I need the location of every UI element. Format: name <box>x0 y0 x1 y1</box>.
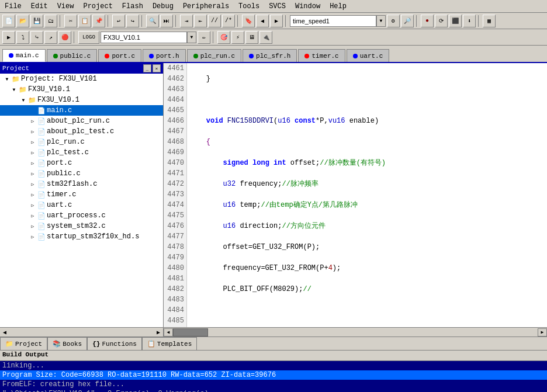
tree-item-main-c[interactable]: 📄 main.c <box>0 105 163 116</box>
menu-window[interactable]: Window <box>293 2 323 11</box>
tree-toggle[interactable]: ▼ <box>9 85 19 94</box>
project-input[interactable] <box>101 32 187 43</box>
comment-btn[interactable]: // <box>208 15 221 27</box>
break-btn[interactable]: 🔴 <box>58 31 71 44</box>
tab-plc-run-c[interactable]: plc_run.c <box>187 49 241 62</box>
sidebar-float-btn[interactable]: _ <box>143 64 151 72</box>
target-btn[interactable]: 🎯 <box>217 31 230 44</box>
next-bookmark-btn[interactable]: ▶ <box>270 15 283 27</box>
undo-btn[interactable]: ↩ <box>112 15 125 27</box>
tree-item-port[interactable]: ▷ 📄 port.c <box>0 158 163 168</box>
tab-uart-c[interactable]: uart.c <box>347 49 390 62</box>
stop-btn[interactable]: ⬛ <box>449 15 462 27</box>
tab-port-c[interactable]: port.c <box>98 49 141 62</box>
paste-btn[interactable]: 📌 <box>92 15 105 27</box>
tab-public-c[interactable]: public.c <box>47 49 98 62</box>
tree-item-project[interactable]: ▼ 📁 Project: FX3U_V101 <box>0 74 163 84</box>
tree-toggle[interactable]: ▷ <box>28 169 37 178</box>
tree-toggle[interactable]: ▷ <box>28 127 37 136</box>
tree-item-uart-process[interactable]: ▷ 📄 uart_process.c <box>0 210 163 221</box>
menu-tools[interactable]: Tools <box>236 2 262 11</box>
scroll-left-btn[interactable]: ◀ <box>164 328 173 337</box>
menu-peripherals[interactable]: Peripherals <box>181 2 231 11</box>
step3-btn[interactable]: ↗ <box>44 31 57 44</box>
prev-bookmark-btn[interactable]: ◀ <box>256 15 269 27</box>
tree-toggle[interactable]: ▷ <box>28 211 37 220</box>
tree-item-timer[interactable]: ▷ 📄 timer.c <box>0 189 163 200</box>
tree-item-stm32flash[interactable]: ▷ 📄 stm32flash.c <box>0 179 163 189</box>
step-btn[interactable]: ⤵ <box>16 31 29 44</box>
find-btn[interactable]: 🔍 <box>146 15 159 27</box>
menu-flash[interactable]: Flash <box>120 2 146 11</box>
build-btn[interactable]: ● <box>421 15 434 27</box>
tree-toggle[interactable]: ▼ <box>2 74 12 84</box>
settings-btn[interactable]: ▦ <box>483 15 496 27</box>
indent-btn[interactable]: ⇥ <box>180 15 193 27</box>
target-input[interactable] <box>290 15 376 27</box>
project-arrow[interactable]: ▼ <box>187 32 196 43</box>
redo-btn[interactable]: ↪ <box>126 15 139 27</box>
copy-btn[interactable]: 📋 <box>78 15 91 27</box>
tree-item-plc-test[interactable]: ▷ 📄 plc_test.c <box>0 147 163 158</box>
tree-toggle[interactable]: ▷ <box>28 221 37 231</box>
new-btn[interactable]: 📄 <box>2 15 15 27</box>
download-btn[interactable]: ⬇ <box>463 15 476 27</box>
tree-toggle[interactable]: ▷ <box>28 137 37 147</box>
search-btn[interactable]: 🔎 <box>401 15 414 27</box>
tab-functions[interactable]: {} Functions <box>87 337 142 350</box>
scroll-track[interactable] <box>173 328 538 337</box>
menu-help[interactable]: Help <box>327 2 349 11</box>
tree-toggle[interactable]: ▷ <box>28 116 37 126</box>
sidebar-left-arrow[interactable]: ◀ <box>0 328 9 337</box>
scroll-thumb[interactable] <box>173 328 208 337</box>
menu-file[interactable]: File <box>2 2 24 11</box>
open-btn[interactable]: 📂 <box>16 15 29 27</box>
rebuild-btn[interactable]: ⟳ <box>435 15 448 27</box>
target-arrow[interactable]: ▼ <box>376 15 386 27</box>
tab-books[interactable]: 📚 Books <box>47 337 87 350</box>
menu-edit[interactable]: Edit <box>29 2 50 11</box>
horizontal-scrollbar[interactable]: ◀ ▶ <box>164 327 547 337</box>
cut-btn[interactable]: ✂ <box>64 15 77 27</box>
step2-btn[interactable]: ⤷ <box>30 31 43 44</box>
tree-toggle[interactable]: ▷ <box>28 179 37 189</box>
tab-project[interactable]: 📁 Project <box>0 337 47 350</box>
find-next-btn[interactable]: ⏭ <box>160 15 173 27</box>
tree-toggle[interactable]: ▷ <box>28 158 37 168</box>
tree-item-public[interactable]: ▷ 📄 public.c <box>0 168 163 179</box>
menu-project[interactable]: Project <box>81 2 115 11</box>
tree-toggle[interactable]: ▷ <box>28 200 37 210</box>
tree-item-plc-run[interactable]: ▷ 📄 plc_run.c <box>0 137 163 147</box>
flash-btn[interactable]: ⚡ <box>231 31 244 44</box>
edit-btn[interactable]: ✏ <box>198 31 210 44</box>
tree-item-fx3u[interactable]: ▼ 📁 FX3U_V10.1 <box>0 84 163 95</box>
menu-debug[interactable]: Debug <box>150 2 176 11</box>
tab-timer-c[interactable]: timer.c <box>298 49 345 62</box>
project-combo[interactable]: ▼ <box>101 32 196 43</box>
tree-item-about-plc-run[interactable]: ▷ 📄 about_plc_run.c <box>0 116 163 126</box>
tab-plc-sfr-h[interactable]: plc_sfr.h <box>243 49 297 62</box>
sidebar-right-arrow[interactable]: ▶ <box>154 328 163 337</box>
menu-view[interactable]: View <box>55 2 77 11</box>
cpu-btn[interactable]: 🖥 <box>245 31 258 44</box>
tree-item-fx3u-sub[interactable]: ▼ 📁 FX3U_V10.1 <box>0 95 163 105</box>
menu-svcs[interactable]: SVCS <box>266 2 288 11</box>
tab-templates[interactable]: 📋 Templates <box>142 337 197 350</box>
save-btn[interactable]: 💾 <box>30 15 43 27</box>
code-content[interactable]: } void FNC158DDRVI(u16 const*P,vu16 enab… <box>187 63 547 327</box>
bookmark-btn[interactable]: 🔖 <box>242 15 255 27</box>
tab-main-c[interactable]: main.c <box>2 49 46 62</box>
target-options-btn[interactable]: ⚙ <box>387 15 400 27</box>
tree-item-system-stm32[interactable]: ▷ 📄 system_stm32.c <box>0 221 163 231</box>
usb-btn[interactable]: 🔌 <box>259 31 272 44</box>
tree-toggle[interactable]: ▷ <box>28 148 37 157</box>
sidebar-close-btn[interactable]: × <box>153 64 161 72</box>
tree-item-about-plc-test[interactable]: ▷ 📄 about_plc_test.c <box>0 126 163 137</box>
tree-item-startup[interactable]: ▷ 📄 startup_stm32f10x_hd.s <box>0 231 163 242</box>
tab-port-h[interactable]: port.h <box>143 49 186 62</box>
uncomment-btn[interactable]: /* <box>222 15 235 27</box>
save-all-btn[interactable]: 🗂 <box>44 15 57 27</box>
tree-toggle[interactable]: ▼ <box>19 95 28 105</box>
scroll-right-btn[interactable]: ▶ <box>538 328 547 337</box>
target-combo[interactable]: ▼ <box>290 15 386 27</box>
